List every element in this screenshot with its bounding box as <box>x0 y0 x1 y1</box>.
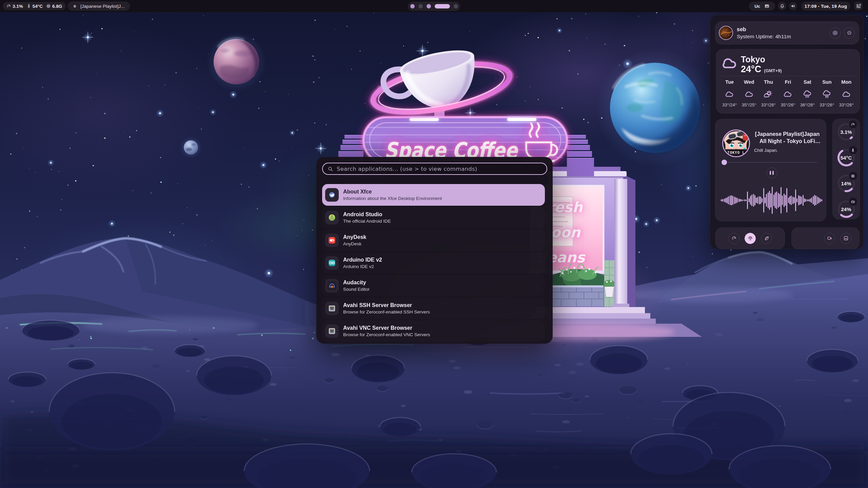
list-item[interactable]: Arduino IDE v2 Arduino IDE v2 <box>322 252 545 274</box>
now-playing-pill[interactable]: [Japanese Playlist]J... <box>68 2 130 11</box>
workspace-dot[interactable] <box>427 4 431 8</box>
waveform-bar <box>737 198 738 203</box>
waveform-bar <box>773 195 774 206</box>
power-button[interactable] <box>844 27 855 39</box>
waveform-bar <box>738 199 739 202</box>
day-label: Sun <box>822 79 831 87</box>
day-label: Fri <box>785 79 791 87</box>
track-title: [Japanese Playlist]Japan All Night - Tok… <box>752 130 823 145</box>
waveform-bar <box>794 197 795 203</box>
workspace-dot[interactable] <box>418 4 423 8</box>
tool-button[interactable] <box>840 233 851 244</box>
progress-track[interactable] <box>723 162 817 163</box>
waveform-bar <box>788 198 789 203</box>
settings-button[interactable] <box>830 27 841 39</box>
waveform-bar <box>821 199 822 201</box>
notifications-button[interactable] <box>778 2 786 10</box>
day-temps: 33°/26° <box>839 102 854 107</box>
waveform-bar <box>756 198 757 203</box>
cloud-icon <box>783 89 792 99</box>
app-title: Arduino IDE v2 <box>343 257 382 263</box>
waveform-bar <box>775 192 776 208</box>
waveform-bar <box>784 194 785 207</box>
clock[interactable]: 17:09 - Tue, 19 Aug <box>801 2 850 11</box>
audio-waveform <box>721 186 823 215</box>
waveform-bar <box>818 198 820 203</box>
disk-icon <box>849 198 857 206</box>
tool-button[interactable] <box>745 233 756 244</box>
waveform-bar <box>813 196 814 204</box>
system-stats-pill[interactable]: 3.1% 54°C 6.8G <box>3 2 66 10</box>
day-label: Tue <box>725 79 734 87</box>
waveform-bar <box>781 187 782 214</box>
now-playing-title: [Japanese Playlist]J... <box>80 4 125 9</box>
list-item[interactable]: Avahi VNC Server Browser Browse for Zero… <box>322 320 545 342</box>
waveform-bar <box>804 198 805 202</box>
tray-app-icon[interactable]: Uc <box>754 4 760 9</box>
grid-icon <box>856 4 861 8</box>
audacity-icon <box>325 279 339 292</box>
waveform-bar <box>728 196 729 204</box>
system-tray[interactable]: Uc <box>749 2 775 11</box>
workspace-dot[interactable] <box>410 4 415 8</box>
diner-planter <box>553 285 604 306</box>
screenshot-tray-icon[interactable] <box>764 3 770 9</box>
pause-button[interactable] <box>766 167 777 179</box>
rain-icon <box>803 89 812 99</box>
tool-button[interactable] <box>728 233 739 244</box>
waveform-bar <box>769 191 770 210</box>
waveform-bar <box>805 199 806 202</box>
list-item[interactable]: About Xfce Information about the Xfce De… <box>322 184 545 206</box>
tool-button[interactable] <box>761 233 772 244</box>
list-item[interactable]: Avahi SSH Server Browser Browse for Zero… <box>322 298 545 319</box>
thermometer-icon <box>849 146 857 154</box>
waveform-bar <box>789 196 790 204</box>
waveform-bar <box>762 198 763 202</box>
day-temps: 33°/24° <box>722 102 737 107</box>
list-item[interactable]: AnyDesk AnyDesk <box>322 229 545 251</box>
waveform-bar <box>785 195 786 206</box>
waveform-bar <box>815 196 816 205</box>
tool-button[interactable] <box>824 233 835 244</box>
workspace-indicator[interactable] <box>408 2 460 11</box>
day-temps: 33°/26° <box>820 102 834 107</box>
xfce-icon <box>325 188 339 202</box>
search-icon <box>328 166 333 172</box>
list-item[interactable]: Android Studio The official Android IDE <box>322 207 545 228</box>
waveform-bar <box>817 197 818 204</box>
track-subtitle: Chill Japan. <box>754 148 778 153</box>
waveform-bar <box>735 197 736 203</box>
app-subtitle: Sound Editor <box>343 287 370 292</box>
avatar[interactable] <box>719 26 733 40</box>
power-profiles-card <box>715 227 785 249</box>
waveform-bar <box>800 196 801 205</box>
workspace-dot[interactable] <box>454 4 458 8</box>
waveform-bar <box>740 199 741 202</box>
waveform-bar <box>768 192 769 208</box>
chip-icon <box>849 172 857 180</box>
workspace-dot[interactable] <box>435 4 450 8</box>
app-grid-button[interactable] <box>854 2 863 10</box>
cpu-temp: 54°C <box>33 4 43 9</box>
app-subtitle: Arduino IDE v2 <box>343 264 382 269</box>
volume-button[interactable] <box>789 2 797 10</box>
space-coffee-sign: Space Coffee <box>363 117 567 163</box>
top-bar: 3.1% 54°C 6.8G [Japanese Playlist]J... U… <box>0 0 868 12</box>
storm-icon <box>822 89 831 99</box>
system-gauge: 54°C <box>837 148 856 167</box>
waveform-bar <box>765 197 766 203</box>
app-title: Android Studio <box>343 211 391 218</box>
waveform-bar <box>743 200 744 201</box>
planet-moonlet <box>180 137 202 158</box>
username: seb <box>737 26 830 33</box>
album-art[interactable]: TOKYO L <box>722 129 750 157</box>
cloud-icon <box>725 89 734 99</box>
memory-usage: 6.8G <box>52 4 62 9</box>
list-item[interactable]: Audacity Sound Editor <box>322 275 545 297</box>
progress-thumb[interactable] <box>722 160 727 165</box>
speedometer-icon <box>6 4 11 8</box>
waveform-bar <box>796 198 797 202</box>
search-input[interactable]: Search applications... (use > to view co… <box>322 163 547 175</box>
speaker-icon <box>791 4 795 8</box>
forecast-day: Tue 33°/24° <box>720 79 739 107</box>
